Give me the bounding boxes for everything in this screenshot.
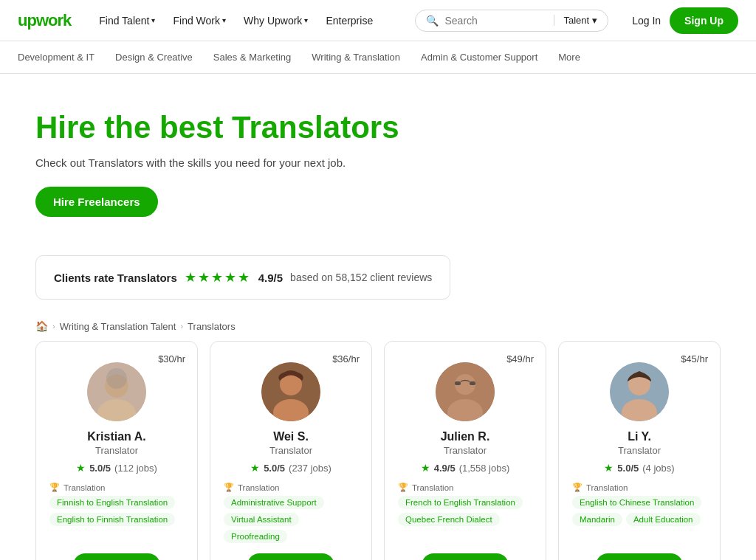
talent-label: Talent xyxy=(563,15,589,26)
search-bar[interactable]: 🔍 Talent ▾ xyxy=(415,10,608,32)
sub-navigation: Development & IT Design & Creative Sales… xyxy=(0,41,756,74)
chevron-down-icon: ▾ xyxy=(222,16,226,24)
skill-tag[interactable]: French to English Translation xyxy=(398,496,523,509)
rating-value: 5.0/5 xyxy=(89,463,111,474)
card-job-title: Translator xyxy=(95,445,138,456)
breadcrumb-sep: › xyxy=(180,322,183,331)
freelancer-card-kristian: $30/hr Kristian A. Translator ★ 5.0/5 (1… xyxy=(35,341,198,560)
nav-find-work[interactable]: Find Work ▾ xyxy=(165,10,233,31)
skill-tag[interactable]: Quebec French Dialect xyxy=(398,513,500,526)
card-rating: ★ 5.0/5 (112 jobs) xyxy=(76,462,157,474)
nav-find-talent[interactable]: Find Talent ▾ xyxy=(92,10,162,31)
tag-category: Translation xyxy=(238,483,279,492)
jobs-count: (4 jobs) xyxy=(642,463,674,474)
card-tags: 🏆 Translation French to English Translat… xyxy=(398,483,532,526)
star-icon: ★ xyxy=(76,462,86,474)
card-name: Kristian A. xyxy=(87,430,145,443)
talent-dropdown[interactable]: Talent ▾ xyxy=(554,15,597,26)
search-input[interactable] xyxy=(444,15,548,27)
avatar xyxy=(436,362,495,421)
hire-freelancers-button[interactable]: Hire Freelancers xyxy=(35,187,158,217)
skill-tag[interactable]: Proofreading xyxy=(224,530,287,543)
tag-row: English to Chinese Translation xyxy=(572,496,701,509)
breadcrumb: 🏠 › Writing & Translation Talent › Trans… xyxy=(0,300,756,341)
rating-reviews: based on 58,152 client reviews xyxy=(290,272,432,283)
rating-label: Clients rate Translators xyxy=(54,272,177,284)
card-rate: $49/hr xyxy=(506,353,534,364)
skill-tag[interactable]: Finnish to English Translation xyxy=(49,496,175,509)
chevron-down-icon: ▾ xyxy=(592,15,597,26)
card-job-title: Translator xyxy=(269,445,312,456)
card-name: Wei S. xyxy=(273,430,309,443)
svg-point-4 xyxy=(106,368,127,389)
upwork-logo[interactable]: upwork xyxy=(18,11,71,30)
nav-auth: Log In Sign Up xyxy=(632,7,738,34)
signup-button[interactable]: Sign Up xyxy=(670,7,738,34)
subnav-writing[interactable]: Writing & Translation xyxy=(312,41,400,73)
freelancer-card-li: $45/hr Li Y. Translator ★ 5.0/5 (4 jobs)… xyxy=(558,341,721,560)
avatar xyxy=(261,362,320,421)
login-button[interactable]: Log In xyxy=(632,15,661,27)
card-tags: 🏆 Translation Administrative Support Vir… xyxy=(224,483,358,543)
card-job-title: Translator xyxy=(618,445,661,456)
skill-tag[interactable]: Adult Education xyxy=(626,513,701,526)
card-rate: $45/hr xyxy=(681,353,708,364)
nav-links: Find Talent ▾ Find Work ▾ Why Upwork ▾ E… xyxy=(92,10,380,31)
jobs-count: (112 jobs) xyxy=(114,463,157,474)
card-rating: ★ 5.0/5 (4 jobs) xyxy=(604,462,674,474)
tag-row: 🏆 Translation xyxy=(398,483,453,492)
card-rate: $30/hr xyxy=(158,353,185,364)
trophy-icon: 🏆 xyxy=(398,483,408,492)
rating-value: 5.0/5 xyxy=(617,463,639,474)
tag-row: 🏆 Translation xyxy=(49,483,105,492)
see-more-button[interactable]: See more xyxy=(247,553,335,560)
tag-row: French to English Translation xyxy=(398,496,523,509)
subnav-sales[interactable]: Sales & Marketing xyxy=(213,41,292,73)
card-name: Julien R. xyxy=(441,430,490,443)
rating-box: Clients rate Translators ★★★★★ 4.9/5 bas… xyxy=(35,255,450,300)
freelancer-card-julien: $49/hr Julien R. Translator ★ 4.9/5 (1,5… xyxy=(384,341,546,560)
rating-number: 4.9/5 xyxy=(258,272,283,284)
subnav-development[interactable]: Development & IT xyxy=(18,41,94,73)
star-icon: ★ xyxy=(421,462,430,474)
skill-tag[interactable]: English to Finnish Translation xyxy=(49,513,175,526)
card-job-title: Translator xyxy=(444,445,487,456)
tag-row: Virtual Assistant Proofreading xyxy=(224,513,358,543)
subnav-more[interactable]: More xyxy=(558,41,580,73)
see-more-button[interactable]: See more xyxy=(422,553,509,560)
subnav-design[interactable]: Design & Creative xyxy=(115,41,193,73)
breadcrumb-writing-translation[interactable]: Writing & Translation Talent xyxy=(60,321,176,332)
breadcrumb-sep: › xyxy=(52,322,55,331)
home-icon[interactable]: 🏠 xyxy=(35,320,48,332)
star-icon: ★ xyxy=(250,462,260,474)
avatar xyxy=(87,362,146,421)
hero-title: Hire the best Translators xyxy=(35,109,721,146)
skill-tag[interactable]: Virtual Assistant xyxy=(224,513,299,526)
see-more-button[interactable]: See more xyxy=(73,553,161,560)
tag-row: Finnish to English Translation xyxy=(49,496,175,509)
card-rate: $36/hr xyxy=(332,353,360,364)
tag-category: Translation xyxy=(586,483,628,492)
see-more-button[interactable]: See more xyxy=(596,553,684,560)
jobs-count: (1,558 jobs) xyxy=(459,463,510,474)
rating-value: 4.9/5 xyxy=(434,463,456,474)
breadcrumb-current: Translators xyxy=(188,321,236,332)
stars-icon: ★★★★★ xyxy=(185,269,251,286)
freelancer-card-wei: $36/hr Wei S. Translator ★ 5.0/5 (237 jo… xyxy=(210,341,372,560)
tag-row: 🏆 Translation xyxy=(224,483,279,492)
trophy-icon: 🏆 xyxy=(224,483,234,492)
skill-tag[interactable]: Mandarin xyxy=(572,513,622,526)
tag-row: Administrative Support xyxy=(224,496,324,509)
trophy-icon: 🏆 xyxy=(49,483,60,492)
nav-enterprise[interactable]: Enterprise xyxy=(318,10,380,31)
card-tags: 🏆 Translation English to Chinese Transla… xyxy=(572,483,707,526)
rating-value: 5.0/5 xyxy=(264,463,285,474)
nav-why-upwork[interactable]: Why Upwork ▾ xyxy=(236,10,315,31)
tag-row: Mandarin Adult Education xyxy=(572,513,701,526)
card-tags: 🏆 Translation Finnish to English Transla… xyxy=(49,483,184,526)
subnav-admin[interactable]: Admin & Customer Support xyxy=(421,41,537,73)
skill-tag[interactable]: English to Chinese Translation xyxy=(572,496,701,509)
tag-category: Translation xyxy=(63,483,105,492)
tag-category: Translation xyxy=(412,483,453,492)
skill-tag[interactable]: Administrative Support xyxy=(224,496,324,509)
